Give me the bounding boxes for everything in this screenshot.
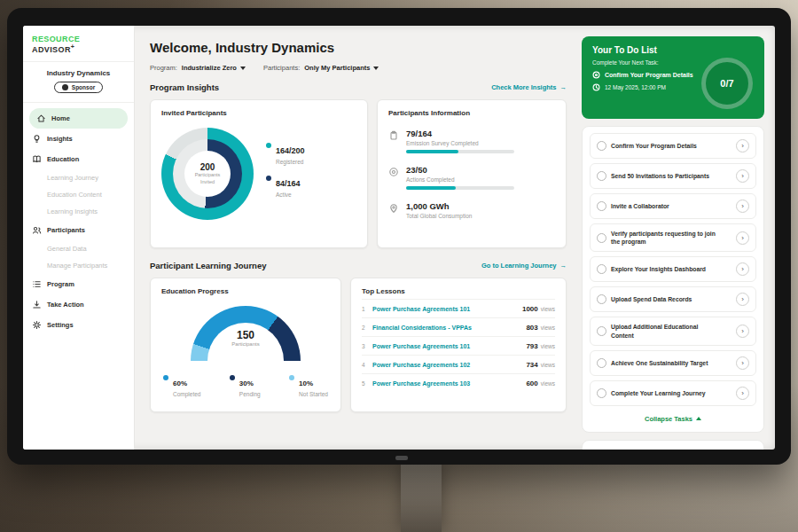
chevron-right-icon[interactable]: ›	[736, 169, 749, 183]
sidebar-item-take-action[interactable]: Take Action	[23, 294, 134, 315]
lesson-link[interactable]: Power Purchase Agreements 102	[372, 362, 470, 368]
progress-bar	[406, 150, 514, 153]
sidebar-item-label: Manage Participants	[47, 262, 107, 270]
gauge-value: 150	[191, 329, 301, 341]
lesson-row: 2 Financial Considerations - VPPAs 803vi…	[362, 318, 555, 337]
sidebar-item-home[interactable]: Home	[29, 108, 128, 129]
task-row[interactable]: Upload Additional Educational Content ›	[590, 317, 756, 345]
invited-participants-card: Invited Participants 200 ParticipantsInv…	[150, 99, 368, 248]
download-icon	[32, 300, 42, 309]
insights-cards-row: Invited Participants 200 ParticipantsInv…	[150, 99, 567, 248]
recent-news-card: Recent News	[582, 440, 764, 450]
chevron-right-icon[interactable]: ›	[736, 139, 749, 153]
check-more-insights-link[interactable]: Check More Insights→	[491, 83, 567, 91]
sidebar-item-label: Education Content	[47, 191, 102, 199]
sidebar-item-participants[interactable]: Participants	[23, 220, 134, 240]
chevron-right-icon[interactable]: ›	[736, 231, 749, 245]
task-row[interactable]: Upload Spend Data Records ›	[590, 286, 756, 312]
sidebar-item-general-data[interactable]: General Data	[23, 240, 134, 257]
sponsor-badge[interactable]: Sponsor	[54, 82, 103, 93]
sidebar-item-label: Education	[47, 155, 79, 163]
sponsor-avatar-icon	[62, 84, 68, 90]
chevron-down-icon	[240, 66, 246, 70]
checkbox-icon[interactable]	[597, 326, 606, 336]
task-row[interactable]: Invite a Collaborator ›	[590, 193, 756, 219]
checkbox-icon[interactable]	[597, 358, 606, 368]
stat-value: 79/164	[406, 129, 514, 138]
legend-item-pending: 30% Pending	[230, 373, 261, 397]
lesson-link[interactable]: Power Purchase Agreements 103	[372, 380, 470, 387]
section-title: Participant Learning Journey	[150, 261, 266, 270]
checkbox-icon[interactable]	[597, 201, 606, 211]
people-icon	[32, 225, 42, 235]
sidebar-item-education-content[interactable]: Education Content	[23, 186, 134, 203]
chevron-right-icon[interactable]: ›	[736, 356, 749, 370]
chevron-right-icon[interactable]: ›	[736, 262, 749, 276]
lesson-link[interactable]: Financial Considerations - VPPAs	[372, 325, 472, 331]
task-row[interactable]: Achieve One Sustainability Target ›	[590, 350, 756, 376]
task-row[interactable]: Complete Your Learning Journey ›	[590, 380, 756, 406]
legend-dot	[163, 375, 168, 380]
sidebar-item-education[interactable]: Education	[23, 149, 134, 169]
list-icon	[32, 279, 42, 289]
participants-filter-dropdown[interactable]: Only My Participants	[304, 64, 379, 72]
lesson-link[interactable]: Power Purchase Agreements 101	[372, 306, 470, 312]
progress-bar	[406, 186, 514, 190]
sidebar-item-settings[interactable]: Settings	[23, 315, 134, 335]
checkbox-icon[interactable]	[597, 294, 606, 304]
card-title: Top Lessons	[362, 287, 555, 300]
screen: RESOURCE ADVISOR+ Industry Dynamics Spon…	[23, 26, 775, 450]
task-row[interactable]: Verify participants requesting to join t…	[590, 223, 756, 252]
stat-global-consumption: 1,000 GWh Total Global Consumption	[388, 201, 555, 223]
chevron-right-icon[interactable]: ›	[736, 293, 749, 306]
task-row[interactable]: Confirm Your Program Details ›	[590, 133, 756, 159]
task-row[interactable]: Explore Your Insights Dashboard ›	[590, 256, 756, 282]
sidebar-item-manage-participants[interactable]: Manage Participants	[23, 257, 134, 274]
program-insights-header: Program Insights Check More Insights→	[150, 82, 567, 92]
checkbox-icon[interactable]	[597, 141, 606, 151]
sidebar-item-insights[interactable]: Insights	[23, 129, 134, 149]
legend-dot	[230, 375, 235, 380]
collapse-tasks-link[interactable]: Collapse Tasks	[590, 411, 756, 428]
education-legend: 60% Completed 30% Pending 10%	[161, 373, 330, 406]
sidebar-item-label: Home	[51, 114, 70, 122]
checkbox-icon[interactable]	[597, 171, 606, 181]
sidebar-item-label: Settings	[47, 321, 74, 329]
chevron-right-icon[interactable]: ›	[736, 325, 749, 338]
learning-cards-row: Education Progress 150 Participants	[150, 278, 567, 412]
task-row[interactable]: Send 50 Invitations to Participants ›	[590, 163, 756, 189]
checkbox-icon[interactable]	[597, 233, 606, 243]
program-filter-dropdown[interactable]: Industrialize Zero	[182, 64, 246, 72]
lesson-link[interactable]: Power Purchase Agreements 101	[372, 343, 470, 349]
lesson-row: 3 Power Purchase Agreements 101 793views	[362, 337, 555, 356]
stat-value: 1,000 GWh	[406, 201, 472, 211]
recent-news-title: Recent News	[591, 448, 755, 450]
stat-label: Total Global Consumption	[406, 213, 472, 219]
stat-emission-survey: 79/164 Emission Survey Completed	[388, 129, 555, 153]
legend-item-completed: 60% Completed	[163, 373, 200, 397]
sidebar: RESOURCE ADVISOR+ Industry Dynamics Spon…	[23, 26, 135, 450]
sidebar-nav: Home Insights Education Learning Journey	[23, 103, 134, 335]
monitor-frame: RESOURCE ADVISOR+ Industry Dynamics Spon…	[7, 8, 791, 465]
section-title: Program Insights	[150, 82, 219, 92]
sidebar-item-program[interactable]: Program	[23, 274, 134, 294]
sidebar-item-learning-journey[interactable]: Learning Journey	[23, 169, 134, 186]
checkbox-icon[interactable]	[597, 388, 606, 398]
lesson-views: 600views	[526, 379, 555, 387]
chevron-right-icon[interactable]: ›	[736, 200, 749, 213]
sidebar-item-label: General Data	[47, 245, 87, 253]
sidebar-item-learning-insights[interactable]: Learning Insights	[23, 203, 134, 220]
todo-panel: Your To Do List Complete Your Next Task:…	[582, 26, 775, 450]
todo-next-task[interactable]: Confirm Your Program Details	[592, 71, 712, 79]
checkbox-icon[interactable]	[597, 264, 606, 274]
gauge-center: 150 Participants	[191, 329, 301, 347]
chevron-right-icon[interactable]: ›	[736, 387, 749, 400]
program-filter: Program: Industrialize Zero	[150, 64, 246, 72]
sponsor-badge-label: Sponsor	[72, 84, 95, 90]
go-to-learning-journey-link[interactable]: Go to Learning Journey→	[481, 262, 567, 270]
donut-center-label: ParticipantsInvited	[195, 172, 221, 184]
clock-icon	[592, 83, 600, 91]
lesson-views: 793views	[526, 342, 555, 350]
lesson-rank: 4	[362, 362, 372, 368]
lesson-views: 1000views	[522, 305, 555, 313]
